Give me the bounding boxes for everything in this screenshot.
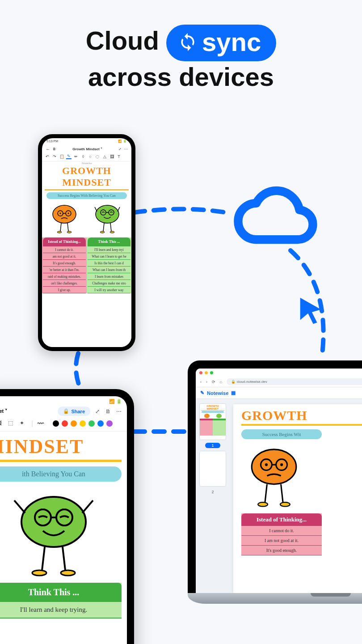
page-icon[interactable]: 🗎 — [105, 408, 112, 415]
green-column-header: Think This ... — [88, 237, 130, 246]
tablet-note-canvas[interactable]: MINDSET ith Believing You Can — [0, 432, 127, 644]
lasso-icon[interactable]: ◌ — [95, 154, 100, 159]
phone-doc-title[interactable]: Growth Mindset ˅ — [59, 147, 116, 151]
svg-point-38 — [258, 502, 268, 506]
nav-back-icon[interactable]: ‹ — [200, 380, 202, 384]
list-item: What can I learn to get be — [88, 253, 130, 260]
svg-line-37 — [281, 484, 283, 503]
list-item: Challenges make me stro — [88, 280, 130, 287]
browser-address-bar: ‹ › ⟳ ⌂ 🔒 cloud.notewise.dev — [196, 377, 362, 387]
eraser-icon[interactable]: ○ — [88, 154, 93, 159]
list-item: I am not good at it. — [241, 536, 322, 546]
list-item: Is this the best I can d — [88, 260, 130, 267]
paste-icon[interactable]: 📋 — [59, 154, 64, 159]
svg-line-14 — [95, 207, 97, 212]
color-swatch[interactable] — [53, 420, 59, 427]
note-title: MINDSET — [0, 435, 122, 462]
phone-toolbar: ↶ ↷ 📋 ✎ ✏ ◊ ○ ◌ △ 🖼 T — [42, 153, 131, 161]
shapes-tool-icon[interactable]: ⬚ — [8, 420, 15, 427]
pen-icon[interactable]: ✎ — [66, 154, 72, 159]
page-thumbnail[interactable] — [199, 451, 226, 487]
lock-icon: 🔒 — [63, 408, 69, 414]
more-icon[interactable]: ⋯ — [124, 147, 128, 151]
sync-pill: sync — [166, 25, 276, 61]
sparkle-icon[interactable]: ✦ — [20, 420, 27, 427]
phone-green-column: Think This ... I'll learn and keep tryi … — [87, 237, 131, 293]
svg-point-0 — [53, 205, 76, 223]
svg-line-24 — [14, 500, 25, 513]
note-title: GROWTH MINDSET — [45, 165, 129, 191]
color-swatch[interactable] — [97, 420, 104, 427]
text-icon[interactable]: T — [116, 154, 122, 159]
nav-forward-icon[interactable]: › — [206, 380, 207, 384]
list-item: raid of making mistakes. — [43, 273, 86, 280]
webapp-note-canvas[interactable]: GROWTH Success Begins Wit — [233, 404, 362, 593]
color-swatch[interactable] — [106, 420, 113, 427]
fullscreen-icon[interactable]: ⤢ — [94, 408, 101, 415]
expand-icon[interactable]: ⤢ — [118, 147, 122, 151]
document-icon[interactable]: 🗎 — [53, 147, 56, 151]
list-item: It's good enough. — [241, 546, 322, 555]
phone-app-header: ← 🗎 Growth Mindset ˅ ⤢ ⋯ — [42, 145, 131, 153]
phone-mockup: 5:13 PM 📶🔋 ← 🗎 Growth Mindset ˅ ⤢ ⋯ ↶ ↷ … — [38, 134, 135, 351]
grid-icon[interactable]: ▦ — [231, 390, 236, 396]
webapp-brand[interactable]: Notewise — [207, 390, 228, 396]
color-swatch[interactable] — [62, 420, 68, 427]
more-icon[interactable]: ⋯ — [115, 408, 122, 415]
webapp-header: ✎ Notewise ▦ Growth — [196, 387, 362, 399]
note-subtitle: Success Begins Wit — [241, 429, 322, 439]
phone-time: 5:13 PM — [46, 140, 58, 145]
page-thumbnail[interactable]: GROWTH MINDSET — [199, 403, 226, 440]
browser-window-controls — [196, 369, 362, 377]
svg-line-36 — [265, 484, 267, 503]
color-swatch[interactable] — [71, 420, 77, 427]
svg-line-17 — [110, 223, 111, 231]
green-brain-illustration — [0, 486, 127, 583]
home-icon[interactable]: ⌂ — [220, 380, 222, 384]
headline-word-across: across devices — [88, 62, 274, 91]
list-item: What can I learn from th — [88, 267, 130, 273]
image-icon[interactable]: 🖼 — [109, 154, 114, 159]
shape-icon[interactable]: △ — [102, 154, 107, 159]
orange-brain-illustration — [51, 203, 78, 234]
pen-logo-icon: ✎ — [200, 390, 204, 396]
svg-line-6 — [60, 223, 61, 231]
pencil-icon[interactable]: ✏ — [73, 154, 79, 159]
laptop-mockup: ‹ › ⟳ ⌂ 🔒 cloud.notewise.dev ✎ Notewise … — [188, 360, 362, 604]
svg-line-25 — [82, 500, 93, 513]
phone-pink-column: Istead of Thinking... I cannot do it. am… — [42, 237, 87, 293]
laptop-base — [188, 593, 362, 604]
list-item: am not good at it. — [43, 253, 86, 260]
color-palette — [53, 420, 113, 427]
list-item: I give up. — [43, 287, 86, 293]
tablet-toolbar: T 🖼 ⬚ ✦ | 〰 — [0, 418, 127, 432]
orange-brain-illustration — [241, 443, 362, 513]
stroke-style-icon[interactable]: 〰 — [38, 420, 45, 427]
highlighter-icon[interactable]: ◊ — [80, 154, 86, 159]
close-dot-icon[interactable] — [199, 371, 202, 374]
back-icon[interactable]: ← — [46, 147, 50, 152]
color-swatch[interactable] — [80, 420, 86, 427]
image-tool-icon[interactable]: 🖼 — [0, 420, 4, 427]
svg-point-29 — [61, 570, 75, 576]
pink-column-header: Istead of Thinking... — [43, 237, 86, 246]
zoom-dot-icon[interactable] — [210, 371, 213, 374]
tablet-green-column: Think This ... I'll learn and keep tryin… — [0, 583, 122, 619]
list-item: 're better at it than I'm. — [43, 267, 86, 273]
undo-icon[interactable]: ↶ — [45, 154, 50, 159]
url-field[interactable]: 🔒 cloud.notewise.dev — [227, 378, 362, 385]
tablet-doc-title[interactable]: mindset ˅ — [0, 408, 54, 414]
reload-icon[interactable]: ⟳ — [212, 380, 215, 384]
redo-icon[interactable]: ↷ — [52, 154, 57, 159]
svg-point-35 — [280, 463, 283, 466]
svg-point-9 — [67, 231, 72, 233]
color-swatch[interactable] — [88, 420, 95, 427]
list-item: I cannot do it. — [43, 246, 86, 253]
share-button[interactable]: 🔒 Share — [58, 407, 90, 416]
note-title: GROWTH — [241, 408, 362, 426]
phone-note-canvas[interactable]: Notewise GROWTH MINDSET Success Begins W… — [42, 161, 131, 347]
note-subtitle: Success Begins With Believing You Can — [46, 192, 127, 199]
green-brain-illustration — [92, 203, 123, 234]
minimize-dot-icon[interactable] — [205, 371, 208, 374]
cloud-icon — [223, 181, 322, 248]
